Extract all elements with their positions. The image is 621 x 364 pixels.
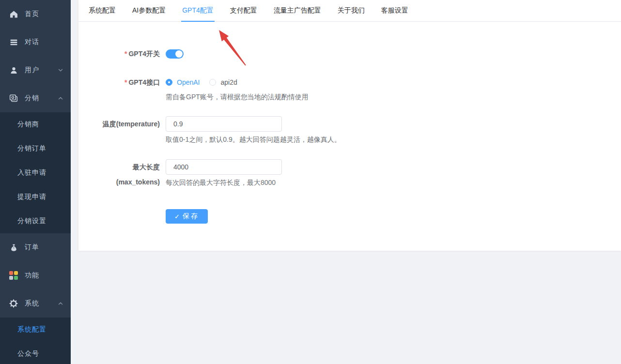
tab-about-us[interactable]: 关于我们 xyxy=(338,0,365,21)
grid-icon xyxy=(9,271,18,280)
radio-dot-icon xyxy=(209,79,216,86)
main-area: 系统配置 AI参数配置 GPT4配置 支付配置 流量主广告配置 关于我们 客服设… xyxy=(71,0,621,364)
sidebar-item-label: 分销 xyxy=(25,94,39,103)
max-length-input[interactable] xyxy=(166,159,282,175)
sidebar: 首页 对话 用户 分销 分销商 分销订单 入驻申请 xyxy=(0,0,71,364)
tab-ai-params[interactable]: AI参数配置 xyxy=(132,0,166,21)
sidebar-item-distributors[interactable]: 分销商 xyxy=(0,112,71,136)
sidebar-item-distribution-settings[interactable]: 分销设置 xyxy=(0,209,71,233)
gpt4-config-form: *GPT4开关 *GPT4接口 OpenAI api2d xyxy=(78,22,621,224)
max-length-tip: 每次回答的最大字符长度，最大8000 xyxy=(166,178,621,187)
tab-label: 支付配置 xyxy=(230,6,257,15)
sidebar-item-join-applications[interactable]: 入驻申请 xyxy=(0,161,71,185)
moneybag-icon xyxy=(9,243,18,252)
required-mark: * xyxy=(124,50,127,58)
tab-system-config[interactable]: 系统配置 xyxy=(89,0,116,21)
gpt4-switch-label: *GPT4开关 xyxy=(78,44,166,63)
sidebar-item-label: 功能 xyxy=(25,271,39,280)
required-mark: * xyxy=(124,78,127,86)
radio-openai[interactable]: OpenAI xyxy=(166,78,200,86)
radio-dot-icon xyxy=(166,79,172,86)
tab-label: 客服设置 xyxy=(381,6,408,15)
radio-label: api2d xyxy=(220,78,237,86)
sidebar-item-distribution[interactable]: 分销 xyxy=(0,84,71,112)
sidebar-item-withdraw-applications[interactable]: 提现申请 xyxy=(0,185,71,209)
save-button[interactable]: ✓ 保存 xyxy=(166,209,208,224)
chevron-up-icon xyxy=(58,95,63,101)
sub-item-label: 分销订单 xyxy=(17,144,47,153)
max-length-label: 最大长度 (max_tokens) xyxy=(78,159,166,187)
radio-label: OpenAI xyxy=(177,78,200,86)
tab-gpt4-config[interactable]: GPT4配置 xyxy=(182,0,214,21)
tab-label: GPT4配置 xyxy=(182,6,214,15)
temperature-row: 温度(temperature) 取值0-1之间，默认0.9。越大回答问题越灵活，… xyxy=(78,116,621,144)
tab-label: 系统配置 xyxy=(89,6,116,15)
home-icon xyxy=(9,9,18,19)
save-row: ✓ 保存 xyxy=(78,209,621,224)
save-button-label: 保存 xyxy=(183,212,199,221)
sidebar-item-label: 用户 xyxy=(25,66,39,75)
gear-icon xyxy=(9,299,18,308)
settings-card: 系统配置 AI参数配置 GPT4配置 支付配置 流量主广告配置 关于我们 客服设… xyxy=(78,0,621,251)
sidebar-item-features[interactable]: 功能 xyxy=(0,261,71,289)
gpt4-switch-toggle[interactable] xyxy=(166,49,184,59)
temperature-input[interactable] xyxy=(166,116,282,132)
sub-item-label: 系统配置 xyxy=(17,325,47,334)
settings-tabs: 系统配置 AI参数配置 GPT4配置 支付配置 流量主广告配置 关于我们 客服设… xyxy=(78,0,621,22)
check-icon: ✓ xyxy=(174,213,180,220)
sub-item-label: 分销商 xyxy=(17,120,39,129)
gpt4-switch-row: *GPT4开关 xyxy=(78,44,621,63)
sidebar-item-official-account[interactable]: 公众号 xyxy=(0,342,71,364)
sidebar-item-system[interactable]: 系统 xyxy=(0,289,71,318)
temperature-tip: 取值0-1之间，默认0.9。越大回答问题越灵活，越像真人。 xyxy=(166,135,621,144)
sidebar-item-label: 对话 xyxy=(25,38,39,46)
tab-label: AI参数配置 xyxy=(132,6,166,15)
gpt4-api-label: *GPT4接口 xyxy=(78,73,166,102)
max-length-row: 最大长度 (max_tokens) 每次回答的最大字符长度，最大8000 xyxy=(78,159,621,187)
user-icon xyxy=(9,65,18,75)
sidebar-item-label: 系统 xyxy=(25,299,39,308)
sidebar-item-label: 订单 xyxy=(25,243,39,252)
radio-api2d[interactable]: api2d xyxy=(209,78,237,86)
toggle-knob xyxy=(175,50,183,58)
tab-label: 流量主广告配置 xyxy=(274,6,321,15)
list-icon xyxy=(9,37,18,47)
distribution-submenu: 分销商 分销订单 入驻申请 提现申请 分销设置 xyxy=(0,112,71,233)
sub-item-label: 分销设置 xyxy=(17,217,47,226)
sub-item-label: 入驻申请 xyxy=(17,168,47,177)
sidebar-item-distribution-orders[interactable]: 分销订单 xyxy=(0,136,71,161)
sub-item-label: 提现申请 xyxy=(17,193,47,201)
tab-label: 关于我们 xyxy=(338,6,365,15)
tab-customer-service[interactable]: 客服设置 xyxy=(381,0,408,21)
sidebar-item-label: 首页 xyxy=(25,10,39,18)
cards-icon xyxy=(9,93,18,103)
tab-payment-config[interactable]: 支付配置 xyxy=(230,0,257,21)
system-submenu: 系统配置 公众号 xyxy=(0,318,71,364)
gpt4-api-row: *GPT4接口 OpenAI api2d 需自备GPT账号，请根据您当地的法规酌… xyxy=(78,73,621,102)
temperature-label: 温度(temperature) xyxy=(78,116,166,144)
chevron-down-icon xyxy=(58,67,63,73)
sidebar-item-chat[interactable]: 对话 xyxy=(0,28,71,56)
tab-traffic-ad-config[interactable]: 流量主广告配置 xyxy=(274,0,321,21)
sidebar-item-home[interactable]: 首页 xyxy=(0,0,71,28)
sub-item-label: 公众号 xyxy=(17,349,39,358)
gpt4-api-tip: 需自备GPT账号，请根据您当地的法规酌情使用 xyxy=(166,92,621,102)
chevron-up-icon xyxy=(58,301,63,306)
sidebar-item-orders[interactable]: 订单 xyxy=(0,233,71,261)
sidebar-item-users[interactable]: 用户 xyxy=(0,56,71,84)
sidebar-item-system-config[interactable]: 系统配置 xyxy=(0,318,71,342)
